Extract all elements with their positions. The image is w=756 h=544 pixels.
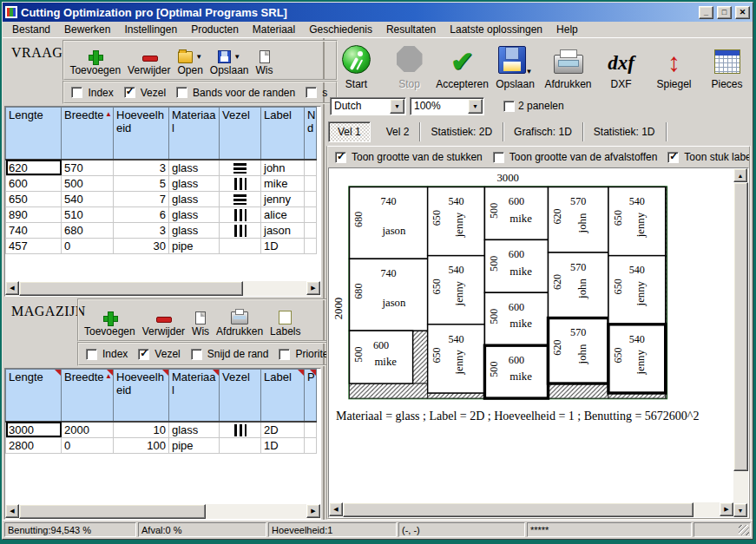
table-cell[interactable]: 6 bbox=[114, 206, 169, 222]
canvas-hscrollbar[interactable]: ◀▶ bbox=[329, 502, 733, 517]
magazijn-checkbox-index[interactable] bbox=[86, 349, 97, 360]
table-cell[interactable] bbox=[305, 160, 317, 176]
table-cell[interactable]: glass bbox=[169, 191, 220, 206]
table-cell[interactable] bbox=[220, 238, 261, 253]
menu-item-help[interactable]: Help bbox=[550, 22, 584, 37]
tab-statistiek-1d[interactable]: Statistiek: 1D bbox=[583, 122, 667, 141]
accepteren-button[interactable]: Accepteren bbox=[436, 49, 489, 90]
tab-statistiek-2d[interactable]: Statistiek: 2D bbox=[420, 122, 503, 141]
start-button[interactable]: Start bbox=[330, 45, 383, 90]
tab-grafisch-1d[interactable]: Grafisch: 1D bbox=[503, 122, 583, 141]
scroll-left-icon[interactable]: ◀ bbox=[5, 504, 19, 518]
wis-button[interactable]: Wis bbox=[256, 50, 273, 76]
opslaan-button[interactable]: ▼Opslaan bbox=[489, 46, 542, 90]
afdrukken-button[interactable]: Afdrukken bbox=[542, 48, 595, 90]
table-cell[interactable] bbox=[220, 175, 261, 191]
table-cell[interactable]: 2800 bbox=[6, 437, 62, 453]
view-checkbox-toon-stuk-label[interactable] bbox=[667, 152, 679, 163]
resize-grip[interactable] bbox=[694, 522, 751, 537]
table-cell[interactable]: john bbox=[261, 160, 305, 176]
afdrukken-button[interactable]: Afdrukken bbox=[216, 309, 263, 338]
table-cell[interactable] bbox=[220, 206, 261, 222]
table-cell[interactable]: alice bbox=[261, 206, 305, 222]
column-header-hoeveelheid[interactable]: Hoeveelheid bbox=[114, 370, 169, 422]
table-cell[interactable] bbox=[305, 175, 317, 191]
wis-button[interactable]: Wis bbox=[192, 311, 209, 338]
table-cell[interactable]: glass bbox=[169, 160, 220, 176]
scroll-right-icon[interactable]: ▶ bbox=[720, 502, 733, 516]
scroll-track[interactable] bbox=[19, 504, 306, 519]
chevron-down-icon[interactable]: ▼ bbox=[468, 99, 483, 114]
column-header-materiaal[interactable]: Materiaal bbox=[169, 108, 220, 160]
column-header-vezel[interactable]: Vezel bbox=[220, 108, 261, 160]
scroll-right-icon[interactable]: ▶ bbox=[306, 504, 320, 518]
magazijn-checkbox-prioriteit[interactable] bbox=[279, 349, 290, 360]
table-cell[interactable]: 3 bbox=[114, 222, 169, 238]
table-cell[interactable]: glass bbox=[169, 222, 220, 238]
scroll-thumb[interactable] bbox=[19, 504, 206, 519]
table-cell[interactable]: 620 bbox=[6, 160, 62, 176]
chevron-down-icon[interactable]: ▼ bbox=[390, 99, 404, 114]
table-cell[interactable]: glass bbox=[169, 422, 220, 438]
dropdown-caret-icon[interactable]: ▼ bbox=[233, 53, 240, 61]
table-cell[interactable] bbox=[305, 422, 317, 438]
table-row[interactable]: 457030pipe1D bbox=[6, 238, 317, 253]
view-checkbox-toon-grootte-van-de-stukken[interactable] bbox=[335, 152, 346, 163]
table-cell[interactable]: 500 bbox=[62, 175, 114, 191]
scroll-up-icon[interactable]: ▲ bbox=[733, 168, 747, 182]
menu-item-producten[interactable]: Producten bbox=[185, 22, 245, 37]
vraag-checkbox-vezel[interactable] bbox=[124, 87, 135, 98]
column-header-breedte[interactable]: Breedte▲ bbox=[62, 108, 114, 160]
table-cell[interactable]: 680 bbox=[62, 222, 114, 238]
titlebar[interactable]: Cutting Optimization pro [Optimal Progra… bbox=[3, 3, 753, 22]
dxf-button[interactable]: DXF bbox=[595, 50, 648, 90]
table-cell[interactable]: 7 bbox=[114, 191, 169, 206]
table-cell[interactable]: 30 bbox=[114, 238, 169, 253]
table-cell[interactable]: 3000 bbox=[6, 422, 62, 438]
table-cell[interactable]: mike bbox=[261, 175, 305, 191]
two-panels-checkbox[interactable] bbox=[503, 101, 515, 112]
table-cell[interactable] bbox=[220, 191, 261, 206]
table-cell[interactable]: 2000 bbox=[62, 422, 114, 438]
scroll-track[interactable] bbox=[19, 281, 306, 296]
table-cell[interactable]: pipe bbox=[169, 437, 220, 453]
menu-item-resultaten[interactable]: Resultaten bbox=[380, 22, 442, 37]
column-header-vezel[interactable]: Vezel bbox=[220, 370, 261, 422]
scroll-thumb[interactable] bbox=[19, 281, 243, 296]
table-row[interactable]: 28000100pipe1D bbox=[6, 437, 317, 453]
magazijn-hscrollbar[interactable]: ◀▶ bbox=[5, 504, 320, 519]
magazijn-checkbox-vezel[interactable] bbox=[138, 349, 149, 360]
table-cell[interactable] bbox=[305, 437, 317, 453]
scroll-track[interactable] bbox=[733, 182, 748, 503]
vraag-hscrollbar[interactable]: ◀▶ bbox=[5, 281, 320, 296]
table-cell[interactable]: 650 bbox=[6, 191, 62, 206]
toevoegen-button[interactable]: Toevoegen bbox=[84, 311, 135, 338]
menu-item-bestand[interactable]: Bestand bbox=[6, 22, 56, 37]
column-header-lengte[interactable]: Lengte bbox=[6, 370, 62, 422]
table-row[interactable]: 6005005glassmike bbox=[6, 175, 317, 191]
dropdown-caret-icon[interactable]: ▼ bbox=[526, 68, 533, 75]
column-header-label[interactable]: Label bbox=[261, 108, 305, 160]
zoom-select[interactable]: 100% ▼ bbox=[410, 97, 484, 115]
scroll-thumb[interactable] bbox=[733, 182, 748, 471]
table-cell[interactable]: jenny bbox=[261, 191, 305, 206]
table-cell[interactable]: 5 bbox=[114, 175, 169, 191]
table-cell[interactable]: 457 bbox=[6, 238, 62, 253]
menu-item-bewerken[interactable]: Bewerken bbox=[58, 22, 116, 37]
table-cell[interactable]: 100 bbox=[114, 437, 169, 453]
table-cell[interactable] bbox=[220, 437, 261, 453]
scroll-right-icon[interactable]: ▶ bbox=[306, 281, 320, 295]
opslaan-button[interactable]: ▼Opslaan bbox=[210, 50, 249, 76]
table-cell[interactable]: glass bbox=[169, 175, 220, 191]
table-cell[interactable]: 890 bbox=[6, 206, 62, 222]
menu-item-geschiedenis[interactable]: Geschiedenis bbox=[303, 22, 378, 37]
column-header-label[interactable]: Label bbox=[261, 370, 305, 422]
table-cell[interactable] bbox=[220, 222, 261, 238]
vraag-checkbox-s[interactable] bbox=[306, 87, 317, 98]
table-cell[interactable] bbox=[220, 160, 261, 176]
table-cell[interactable]: 2D bbox=[261, 422, 305, 438]
table-cell[interactable]: 1D bbox=[261, 238, 305, 253]
column-header-materiaal[interactable]: Materiaal bbox=[169, 370, 220, 422]
menu-item-laatste-oplossingen[interactable]: Laatste oplossingen bbox=[444, 22, 549, 37]
table-cell[interactable]: pipe bbox=[169, 238, 220, 253]
